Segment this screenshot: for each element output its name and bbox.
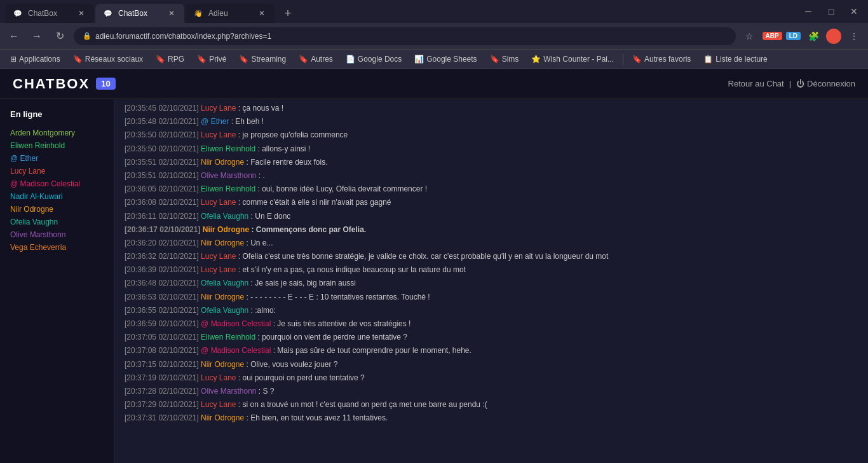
bookmark-applications[interactable]: ⊞ Applications [5,53,65,65]
chat-message: [20:36:48 02/10/2021] Ofelia Vaughn : Je… [114,277,868,290]
message-text: : Un E donc [248,212,290,221]
chat-message: [20:37:19 02/10/2021] Lucy Lane : oui po… [114,371,868,385]
message-author: Olive Marsthonn [201,171,256,180]
message-timestamp: [20:36:59 02/10/2021] [125,319,201,328]
bookmark-wish[interactable]: ⭐ Wish Counter - Pai... [526,53,619,65]
sidebar-user-niir[interactable]: Niir Odrogne [0,203,114,216]
bookmark-icon-prive: 🔖 [197,55,207,64]
bookmark-applications-label: Applications [19,55,60,64]
message-text: : oui, bonne idée Lucy, Ofelia devrait c… [255,184,427,193]
bookmark-wish-label: Wish Counter - Pai... [543,55,614,64]
chat-message: [20:36:08 02/10/2021] Lucy Lane : comme … [114,196,868,209]
message-timestamp: [20:37:19 02/10/2021] [125,373,201,382]
bookmark-icon-reseaux: 🔖 [73,55,83,64]
bookmark-reseaux[interactable]: 🔖 Réseaux sociaux [68,53,148,65]
message-text: : Je suis très attentive de vos stratégi… [271,319,410,328]
address-right: ☆ ABP LD 🧩 ⋮ [741,27,863,45]
bookmark-icon-sims: 🔖 [490,55,499,64]
message-text: : Ofelia c'est une très bonne stratégie,… [236,252,609,261]
message-author: @ Madison Celestial [201,346,271,355]
tab-3-favicon: 👋 [193,8,203,18]
bookmark-google-sheets[interactable]: 📊 Google Sheets [409,53,482,65]
bookmark-autres-favoris-label: Autres favoris [644,55,691,64]
message-timestamp: [20:36:32 02/10/2021] [125,252,201,261]
sidebar-user-arden[interactable]: Arden Montgomery [0,127,114,139]
chat-message: [20:37:29 02/10/2021] Lucy Lane : si on … [114,398,868,411]
bookmark-prive[interactable]: 🔖 Privé [192,53,231,65]
message-timestamp: [20:36:55 02/10/2021] [125,306,201,315]
message-author: Ofelia Vaughn [201,279,248,287]
bookmark-autres-favoris[interactable]: 🔖 Autres favoris [627,53,696,65]
sidebar-user-madison[interactable]: @ Madison Celestial [0,177,114,190]
sidebar-user-eliwen[interactable]: Eliwen Reinhold [0,139,114,152]
tab-2-close[interactable]: ✕ [166,8,177,18]
menu-button[interactable]: ⋮ [845,27,863,45]
forward-button[interactable]: → [28,27,46,45]
bookmark-streaming-label: Streaming [251,55,286,64]
deconnexion-button[interactable]: ⏻ Déconnexion [796,79,855,88]
sidebar-user-lucy[interactable]: Lucy Lane [0,165,114,177]
chat-message: [20:37:08 02/10/2021] @ Madison Celestia… [114,344,868,357]
back-button[interactable]: ← [5,27,23,45]
chat-message: [20:36:20 02/10/2021] Niir Odrogne : Un … [114,237,868,250]
message-timestamp: [20:35:48 02/10/2021] [125,117,201,126]
message-timestamp: [20:36:05 02/10/2021] [125,184,201,193]
chat-message: [20:37:05 02/10/2021] Eliwen Reinhold : … [114,331,868,344]
tab-3-close[interactable]: ✕ [257,8,267,18]
message-timestamp: [20:35:50 02/10/2021] [125,144,201,153]
message-timestamp: [20:36:53 02/10/2021] [125,293,201,301]
ld-badge: LD [786,32,801,40]
message-author: Ofelia Vaughn [201,212,248,221]
sidebar-user-nadir[interactable]: Nadir Al-Kuwari [0,190,114,203]
bookmark-liste-lecture[interactable]: 📋 Liste de lecture [698,53,772,65]
bookmark-rpg[interactable]: 🔖 RPG [151,53,189,65]
tab-1[interactable]: 💬 ChatBox ✕ [5,4,94,23]
sidebar-user-olive[interactable]: Olive Marsthonn [0,228,114,241]
message-author: Niir Odrogne [201,158,244,167]
tab-3[interactable]: 👋 Adieu ✕ [186,4,275,23]
message-text: : S ? [256,387,274,396]
logout-icon: ⏻ [796,79,804,88]
sidebar-user-ofelia[interactable]: Ofelia Vaughn [0,216,114,228]
url-bar[interactable]: 🔒 adieu.forumactif.com/chatbox/index.php… [74,27,736,45]
message-text: : allons-y ainsi ! [255,144,310,153]
message-text: : Eh bien, en tout vous avez 11 tentativ… [244,413,388,422]
app-content: CHATBOX 10 Retour au Chat | ⏻ Déconnexio… [0,69,868,463]
bookmark-star[interactable]: ☆ [741,27,759,45]
chat-message: [20:36:32 02/10/2021] Lucy Lane : Ofelia… [114,250,868,263]
bookmark-google-sheets-label: Google Sheets [426,55,477,64]
reload-button[interactable]: ↻ [51,27,69,45]
message-text: : Eh beh ! [229,117,264,126]
bookmark-reseaux-label: Réseaux sociaux [85,55,143,64]
message-timestamp: [20:36:11 02/10/2021] [125,212,201,221]
bookmark-google-docs[interactable]: 📄 Google Docs [341,53,407,65]
chat-message: [20:37:15 02/10/2021] Niir Odrogne : Oli… [114,358,868,371]
chat-area[interactable]: [20:35:45 02/10/2021] Lucy Lane : ça nou… [114,99,868,463]
message-timestamp: [20:36:08 02/10/2021] [125,198,201,207]
sidebar-user-vega[interactable]: Vega Echeverria [0,241,114,254]
tab-1-close[interactable]: ✕ [76,8,86,18]
bookmark-streaming[interactable]: 🔖 Streaming [234,53,291,65]
minimize-button[interactable]: ─ [799,3,817,20]
tab-2-title: ChatBox [118,9,161,18]
close-button[interactable]: ✕ [845,3,863,20]
tab-3-title: Adieu [208,9,252,18]
browser-frame: 💬 ChatBox ✕ 💬 ChatBox ✕ 👋 Adieu ✕ + ─ □ … [0,0,868,463]
bookmark-autres[interactable]: 🔖 Autres [294,53,338,65]
retour-au-chat-link[interactable]: Retour au Chat [728,79,784,88]
profile-avatar[interactable] [826,29,841,44]
new-tab-button[interactable]: + [278,4,297,23]
bookmark-sims[interactable]: 🔖 Sims [485,53,524,65]
message-text: : . [256,171,264,180]
message-author: @ Madison Celestial [201,319,271,328]
extensions-button[interactable]: 🧩 [804,27,822,45]
maximize-button[interactable]: □ [822,3,840,20]
tab-2[interactable]: 💬 ChatBox ✕ [95,4,184,23]
sidebar-user-ether[interactable]: @ Ether [0,152,114,165]
message-text: : et s'il n'y en a pas, ça nous indique … [236,265,466,274]
message-text: : Commençons donc par Ofelia. [249,225,366,234]
message-timestamp: [20:36:17 02/10/2021] [125,225,203,234]
message-text: : Je sais je sais, big brain aussi [248,279,356,287]
sheets-icon: 📊 [414,55,424,64]
chat-message: [20:36:53 02/10/2021] Niir Odrogne : - -… [114,291,868,304]
